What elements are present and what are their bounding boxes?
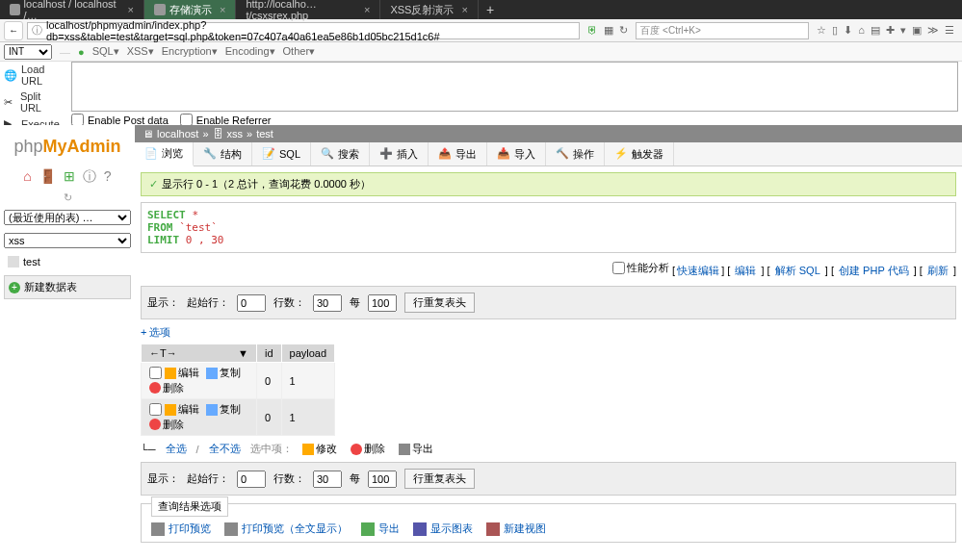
star-icon[interactable]: ☆: [817, 24, 826, 37]
more-icon[interactable]: ≫: [927, 24, 939, 37]
home-icon[interactable]: ⌂: [23, 168, 31, 186]
reload-icon[interactable]: ↻: [619, 24, 628, 37]
copy-row[interactable]: 复制: [206, 366, 241, 380]
back-button[interactable]: ←: [4, 21, 23, 40]
print-full-link[interactable]: 打印预览（全文显示）: [224, 522, 348, 536]
delete-row[interactable]: 删除: [149, 418, 184, 432]
breadcrumb-db[interactable]: xss: [227, 128, 244, 140]
new-table-button[interactable]: + 新建数据表: [4, 275, 131, 299]
logout-icon[interactable]: 🚪: [39, 168, 56, 186]
tab-import[interactable]: 📥导入: [487, 142, 546, 165]
start-row-input[interactable]: [237, 471, 266, 488]
reader-icon[interactable]: ▤: [871, 24, 880, 37]
tab-sql[interactable]: 📝SQL: [252, 142, 311, 165]
qr-icon[interactable]: ▦: [604, 24, 613, 37]
quick-edit-link[interactable]: 快速编辑: [677, 265, 719, 276]
repeat-header-input[interactable]: [368, 471, 397, 488]
download-icon[interactable]: ⬇: [844, 24, 852, 37]
sql-icon[interactable]: ⊞: [64, 168, 75, 186]
tree-table-test[interactable]: test: [4, 252, 131, 271]
print-preview-link[interactable]: 打印预览: [151, 522, 211, 536]
load-icon: 🌐: [4, 69, 17, 82]
explain-link[interactable]: 解析 SQL: [775, 265, 820, 276]
chart-link[interactable]: 显示图表: [413, 522, 473, 536]
shield-icon[interactable]: ⛨: [587, 24, 598, 37]
tab-triggers[interactable]: ⚡触发器: [605, 142, 674, 165]
ext-encoding[interactable]: Encoding▾: [225, 45, 275, 58]
table-row: 编辑 复制 删除 0 1: [142, 399, 335, 436]
view-link[interactable]: 新建视图: [486, 522, 546, 536]
ext-encryption[interactable]: Encryption▾: [162, 45, 218, 58]
edit-row[interactable]: 编辑: [165, 366, 199, 380]
repeat-header-input[interactable]: [368, 294, 397, 312]
row-checkbox[interactable]: [149, 403, 162, 416]
options-toggle[interactable]: + 选项: [141, 325, 956, 340]
cell-payload[interactable]: 1: [281, 399, 335, 436]
tab-operations[interactable]: 🔨操作: [546, 142, 605, 165]
help-icon[interactable]: ?: [104, 168, 112, 186]
search-input[interactable]: 百度 <Ctrl+K>: [636, 22, 809, 39]
new-tab-button[interactable]: +: [479, 2, 502, 17]
close-icon[interactable]: ×: [220, 4, 225, 15]
export-link[interactable]: 导出: [361, 522, 400, 536]
bulk-export[interactable]: 导出: [399, 442, 433, 456]
edit-link[interactable]: 编辑: [735, 265, 756, 276]
load-url-button[interactable]: 🌐 Load URL: [0, 62, 65, 89]
play-icon[interactable]: ●: [78, 46, 85, 58]
tab-browse[interactable]: 📄浏览: [135, 142, 194, 166]
save-icon[interactable]: ✚: [886, 24, 895, 37]
row-count-input[interactable]: [313, 294, 342, 312]
copy-row[interactable]: 复制: [206, 402, 241, 417]
url-textarea[interactable]: [71, 62, 958, 112]
content: 🖥 localhost » 🗄 xss » test 📄浏览 🔧结构 📝SQL …: [135, 125, 962, 560]
home-icon[interactable]: ⌂: [858, 24, 865, 37]
col-id[interactable]: id: [257, 344, 282, 363]
menu-icon[interactable]: ☰: [945, 24, 954, 37]
browser-tab-1[interactable]: 存储演示 ×: [144, 0, 236, 19]
bulk-edit[interactable]: 修改: [302, 442, 337, 456]
cell-id[interactable]: 0: [257, 363, 282, 399]
browser-tab-3[interactable]: XSS反射演示 ×: [380, 0, 478, 19]
ext-other[interactable]: Other▾: [283, 45, 316, 58]
recent-tables-select[interactable]: (最近使用的表) …: [4, 210, 131, 225]
repeat-header-button[interactable]: 行重复表头: [404, 469, 475, 489]
bulk-delete[interactable]: 删除: [351, 442, 385, 456]
start-row-input[interactable]: [237, 294, 266, 312]
ext-xss[interactable]: XSS▾: [127, 45, 154, 58]
browser-tab-2[interactable]: http://localho…t/csxsrex.php ×: [236, 0, 380, 19]
close-icon[interactable]: ×: [364, 4, 370, 15]
close-icon[interactable]: ×: [461, 4, 467, 15]
browser-tab-bar: localhost / localhost /… × 存储演示 × http:/…: [0, 0, 962, 19]
tab-structure[interactable]: 🔧结构: [194, 142, 252, 165]
ext-sql[interactable]: SQL▾: [92, 45, 119, 58]
refresh-icon[interactable]: ↻: [4, 190, 131, 206]
docs-icon[interactable]: ⓘ: [83, 168, 96, 186]
sort-header[interactable]: ←T→ ▼: [142, 344, 257, 363]
cell-id[interactable]: 0: [257, 399, 282, 436]
url-input[interactable]: ⓘ localhost/phpmyadmin/index.php?db=xss&…: [27, 22, 580, 39]
database-select[interactable]: xss: [4, 233, 131, 248]
col-payload[interactable]: payload: [281, 344, 335, 363]
breadcrumb-host[interactable]: localhost: [157, 128, 198, 140]
screenshot-icon[interactable]: ▣: [912, 24, 922, 37]
row-count-input[interactable]: [313, 471, 342, 488]
row-checkbox[interactable]: [149, 367, 162, 379]
delete-row[interactable]: 删除: [149, 381, 184, 395]
unselect-all-link[interactable]: 全不选: [209, 442, 241, 456]
profile-checkbox[interactable]: 性能分析: [612, 261, 669, 275]
refresh-link[interactable]: 刷新: [927, 265, 949, 276]
sidebar-icon[interactable]: ▯: [832, 24, 838, 37]
browser-tab-0[interactable]: localhost / localhost /… ×: [0, 0, 144, 19]
tab-export[interactable]: 📤导出: [429, 142, 487, 165]
php-code-link[interactable]: 创建 PHP 代码: [839, 265, 909, 276]
edit-row[interactable]: 编辑: [165, 402, 199, 417]
tab-search[interactable]: 🔍搜索: [311, 142, 370, 165]
tab-insert[interactable]: ➕插入: [370, 142, 429, 165]
split-url-button[interactable]: ✂ Split URL: [0, 89, 65, 115]
repeat-header-button[interactable]: 行重复表头: [404, 293, 475, 313]
select-all-link[interactable]: 全选: [166, 442, 187, 456]
pocket-icon[interactable]: ▾: [900, 24, 906, 37]
ext-type-select[interactable]: INT: [4, 44, 52, 60]
cell-payload[interactable]: 1: [281, 363, 335, 399]
close-icon[interactable]: ×: [128, 4, 134, 15]
